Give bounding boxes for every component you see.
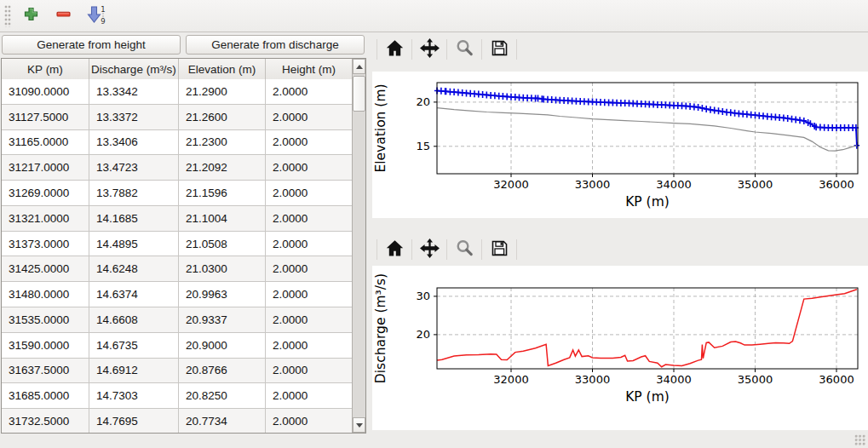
- toolbar-drag-handle[interactable]: [4, 5, 11, 27]
- table-cell[interactable]: 21.2300: [179, 130, 266, 155]
- table-row[interactable]: 31732.500014.769520.77342.0000: [2, 409, 352, 433]
- add-row-button[interactable]: [18, 3, 43, 29]
- table-cell[interactable]: 2.0000: [266, 232, 352, 256]
- generate-from-height-button[interactable]: Generate from height: [2, 35, 181, 55]
- table-cell[interactable]: 31480.0000: [2, 282, 89, 307]
- column-header-elevation[interactable]: Elevation (m): [179, 59, 266, 79]
- pan-button[interactable]: [417, 238, 441, 261]
- scroll-down-button[interactable]: [353, 417, 365, 433]
- table-cell[interactable]: 21.2900: [179, 79, 266, 104]
- table-row[interactable]: 31127.500013.337221.26002.0000: [2, 105, 352, 130]
- table-row[interactable]: 31685.000014.730320.82502.0000: [2, 383, 352, 409]
- table-cell[interactable]: 14.6374: [89, 282, 179, 307]
- table-row[interactable]: 31321.000014.168521.10042.0000: [2, 206, 352, 232]
- table-cell[interactable]: 31090.0000: [2, 79, 89, 104]
- table-cell[interactable]: 31637.5000: [2, 359, 89, 383]
- column-header-discharge[interactable]: Discharge (m³/s): [89, 59, 179, 79]
- table-cell[interactable]: 2.0000: [266, 383, 352, 408]
- table-cell[interactable]: 21.2600: [179, 105, 266, 129]
- table-cell[interactable]: 2.0000: [266, 181, 352, 205]
- remove-row-button[interactable]: [50, 3, 76, 29]
- table-cell[interactable]: 2.0000: [266, 130, 352, 155]
- table-row[interactable]: 31165.000013.340621.23002.0000: [2, 130, 352, 156]
- table-cell[interactable]: 21.1596: [179, 181, 266, 205]
- table-cell[interactable]: 21.1004: [179, 206, 266, 231]
- table-scrollbar[interactable]: [352, 59, 365, 433]
- table-cell[interactable]: 2.0000: [266, 333, 352, 358]
- table-cell[interactable]: 20.8250: [179, 383, 266, 408]
- table-cell[interactable]: 21.0300: [179, 256, 266, 281]
- table-cell[interactable]: 31165.0000: [2, 130, 89, 155]
- table-cell[interactable]: 2.0000: [266, 307, 352, 332]
- table-row[interactable]: 31090.000013.334221.29002.0000: [2, 79, 352, 105]
- table-cell[interactable]: 13.3406: [89, 130, 179, 155]
- sort-rows-button[interactable]: 1 9: [83, 3, 112, 29]
- table-cell[interactable]: 31127.5000: [2, 105, 89, 129]
- table-cell[interactable]: 31425.0000: [2, 256, 89, 281]
- table-cell[interactable]: 2.0000: [266, 206, 352, 231]
- table-row[interactable]: 31535.000014.660820.93372.0000: [2, 307, 352, 333]
- table-row[interactable]: 31425.000014.624821.03002.0000: [2, 256, 352, 282]
- table-row[interactable]: 31217.000013.472321.20922.0000: [2, 155, 352, 181]
- column-header-kp[interactable]: KP (m): [2, 59, 89, 79]
- table-cell[interactable]: 31321.0000: [2, 206, 89, 231]
- table-cell[interactable]: 14.6912: [89, 359, 179, 383]
- table-cell[interactable]: 31269.0000: [2, 181, 89, 205]
- table-cell[interactable]: 13.3372: [89, 105, 179, 129]
- scroll-up-button[interactable]: [353, 59, 365, 74]
- zoom-icon: [455, 238, 474, 261]
- generate-from-discharge-button[interactable]: Generate from discharge: [186, 35, 365, 55]
- table-cell[interactable]: 2.0000: [266, 79, 352, 104]
- table-cell[interactable]: 14.7303: [89, 383, 179, 408]
- table-cell[interactable]: 20.7734: [179, 409, 266, 433]
- table-cell[interactable]: 14.6248: [89, 256, 179, 281]
- table-cell[interactable]: 13.3342: [89, 79, 179, 104]
- table-cell[interactable]: 14.6608: [89, 307, 179, 332]
- table-cell[interactable]: 20.9963: [179, 282, 266, 307]
- save-button[interactable]: [487, 37, 511, 61]
- table-cell[interactable]: 2.0000: [266, 359, 352, 383]
- table-cell[interactable]: 31590.0000: [2, 333, 89, 358]
- table-cell[interactable]: 13.7882: [89, 181, 179, 205]
- table-cell[interactable]: 2.0000: [266, 256, 352, 281]
- table-cell[interactable]: 20.9337: [179, 307, 266, 332]
- window-resize-grip[interactable]: [854, 434, 865, 445]
- table-cell[interactable]: 20.9000: [179, 333, 266, 358]
- table-cell[interactable]: 31732.5000: [2, 409, 89, 433]
- table-row[interactable]: 31480.000014.637420.99632.0000: [2, 282, 352, 307]
- pan-button[interactable]: [417, 37, 441, 61]
- table-row[interactable]: 31637.500014.691220.87662.0000: [2, 359, 352, 384]
- table-cell[interactable]: 2.0000: [266, 105, 352, 129]
- discharge-chart[interactable]: 32000330003400035000360002030KP (m)Disch…: [372, 266, 868, 430]
- table-row[interactable]: 31269.000013.788221.15962.0000: [2, 181, 352, 206]
- svg-text:32000: 32000: [493, 178, 528, 191]
- table-cell[interactable]: 2.0000: [266, 409, 352, 433]
- table-cell[interactable]: 20.8766: [179, 359, 266, 383]
- column-header-height[interactable]: Height (m): [266, 59, 352, 79]
- home-button[interactable]: [382, 238, 406, 261]
- elevation-chart[interactable]: 32000330003400035000360001520KP (m)Eleva…: [372, 72, 868, 218]
- table-cell[interactable]: 31373.0000: [2, 232, 89, 256]
- table-cell[interactable]: 21.2092: [179, 155, 266, 180]
- scroll-thumb[interactable]: [353, 76, 365, 112]
- table-cell[interactable]: 14.7695: [89, 409, 179, 433]
- table-cell[interactable]: 2.0000: [266, 282, 352, 307]
- save-button[interactable]: [487, 238, 511, 261]
- minus-icon: [55, 5, 72, 26]
- zoom-button[interactable]: [452, 37, 476, 61]
- table-row[interactable]: 31590.000014.673520.90002.0000: [2, 333, 352, 359]
- table-cell[interactable]: 14.6735: [89, 333, 179, 358]
- table-cell[interactable]: 14.1685: [89, 206, 179, 231]
- table-cell[interactable]: 14.4895: [89, 232, 179, 256]
- table-cell[interactable]: 21.0508: [179, 232, 266, 256]
- table-cell[interactable]: 2.0000: [266, 155, 352, 180]
- discharge-plot-canvas[interactable]: 32000330003400035000360002030KP (m)Disch…: [372, 266, 868, 430]
- table-cell[interactable]: 31685.0000: [2, 383, 89, 408]
- table-cell[interactable]: 13.4723: [89, 155, 179, 180]
- home-button[interactable]: [382, 37, 406, 61]
- zoom-button[interactable]: [452, 238, 476, 261]
- table-cell[interactable]: 31535.0000: [2, 307, 89, 332]
- table-cell[interactable]: 31217.0000: [2, 155, 89, 180]
- table-row[interactable]: 31373.000014.489521.05082.0000: [2, 232, 352, 257]
- elevation-plot-canvas[interactable]: 32000330003400035000360001520KP (m)Eleva…: [372, 72, 868, 218]
